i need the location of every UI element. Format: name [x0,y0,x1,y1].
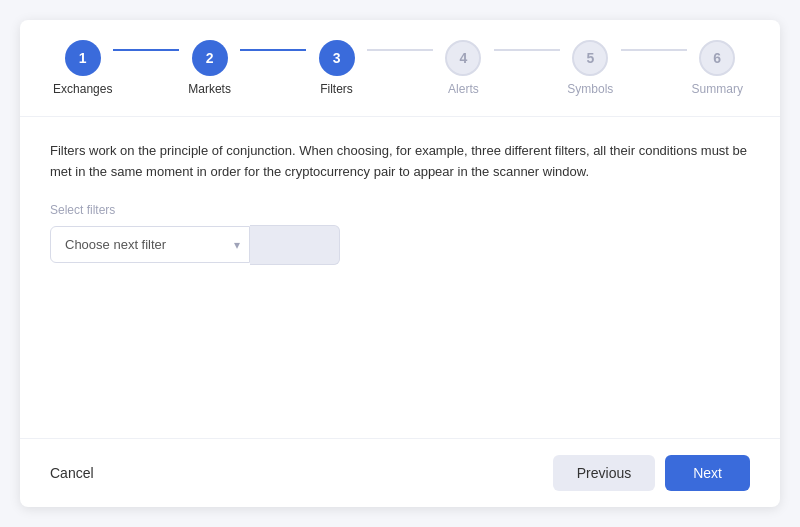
cancel-button[interactable]: Cancel [50,465,94,481]
step-3: 3 Filters [304,40,369,96]
step-5-label: Symbols [567,82,613,96]
filter-row: Choose next filter ▾ [50,225,750,265]
footer: Cancel Previous Next [20,438,780,507]
filter-select[interactable]: Choose next filter [50,226,250,263]
connector-4-5 [494,49,559,51]
modal: 1 Exchanges 2 Markets 3 Filters 4 Alerts… [20,20,780,507]
previous-button[interactable]: Previous [553,455,655,491]
next-button[interactable]: Next [665,455,750,491]
step-4-circle: 4 [445,40,481,76]
filter-section-label: Select filters [50,203,750,217]
content-area: Filters work on the principle of conjunc… [20,117,780,438]
step-4: 4 Alerts [431,40,496,96]
step-5: 5 Symbols [558,40,623,96]
connector-1-2 [113,49,178,51]
step-6-circle: 6 [699,40,735,76]
filter-select-wrapper: Choose next filter ▾ [50,226,250,263]
connector-3-4 [367,49,432,51]
description-text: Filters work on the principle of conjunc… [50,141,750,183]
connector-2-3 [240,49,305,51]
step-5-circle: 5 [572,40,608,76]
connector-5-6 [621,49,686,51]
step-6-label: Summary [692,82,743,96]
filter-add-button[interactable] [250,225,340,265]
step-3-label: Filters [320,82,353,96]
filter-section: Select filters Choose next filter ▾ [50,203,750,265]
step-4-label: Alerts [448,82,479,96]
step-6: 6 Summary [685,40,750,96]
stepper: 1 Exchanges 2 Markets 3 Filters 4 Alerts… [20,20,780,117]
step-2: 2 Markets [177,40,242,96]
step-1-label: Exchanges [53,82,112,96]
step-2-label: Markets [188,82,231,96]
footer-actions: Previous Next [553,455,750,491]
step-2-circle: 2 [192,40,228,76]
step-3-circle: 3 [319,40,355,76]
step-1: 1 Exchanges [50,40,115,96]
step-1-circle: 1 [65,40,101,76]
